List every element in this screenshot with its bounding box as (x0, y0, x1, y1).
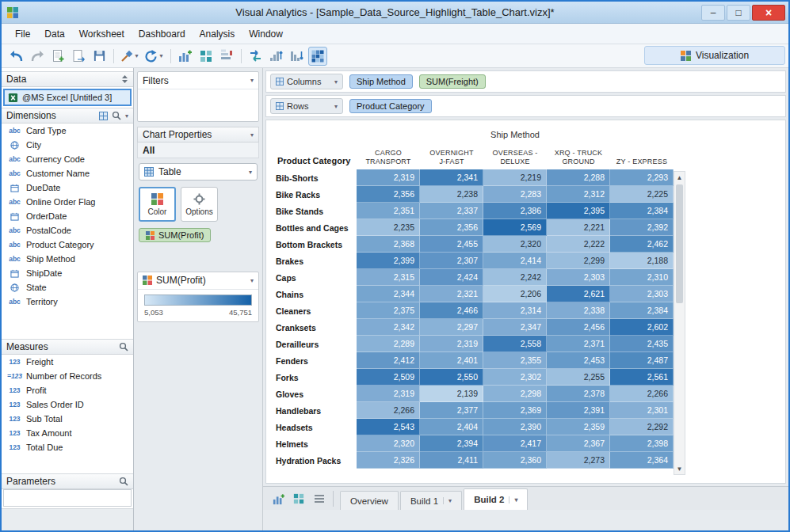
cell-bottles-and-cages-overnight-j-fast[interactable]: 2,356 (420, 219, 483, 236)
rows-shelf-label[interactable]: Rows ▾ (270, 98, 343, 114)
cell-chains-zy-express[interactable]: 2,303 (610, 286, 674, 302)
add-matrix-button[interactable] (197, 47, 216, 66)
row-label-bike-racks[interactable]: Bike Racks (276, 186, 357, 203)
cell-bottom-brackets-overnight-j-fast[interactable]: 2,455 (420, 236, 483, 253)
maximize-button[interactable]: □ (727, 5, 750, 21)
measure-item-sales-order-id[interactable]: 123Sales Order ID (2, 397, 133, 412)
cell-derailleurs-cargo-transport[interactable]: 2,289 (357, 336, 420, 352)
cell-forks-cargo-transport[interactable]: 2,509 (357, 369, 420, 386)
dimension-item-postalcode[interactable]: abcPostalCode (2, 223, 133, 238)
cell-hydration-packs-zy-express[interactable]: 2,364 (610, 452, 674, 469)
row-label-gloves[interactable]: Gloves (276, 386, 357, 402)
cell-derailleurs-overseas-deluxe[interactable]: 2,558 (483, 336, 547, 352)
menu-item-window[interactable]: Window (242, 25, 290, 43)
dimension-item-city[interactable]: City (2, 138, 133, 152)
close-button[interactable]: × (752, 5, 785, 21)
sort-updown-icon[interactable] (121, 74, 128, 84)
dimension-item-territory[interactable]: abcTerritory (2, 294, 133, 309)
color-button[interactable]: Color (139, 187, 176, 222)
pill-product-category[interactable]: Product Category (349, 99, 432, 113)
row-label-fenders[interactable]: Fenders (276, 352, 357, 369)
format-button[interactable]: ▼ (119, 47, 141, 66)
refresh-button[interactable]: ▼ (143, 47, 166, 66)
column-header-xrq-truck-ground[interactable]: XRQ - TRUCK GROUND (547, 142, 610, 169)
chevron-down-icon[interactable]: ▾ (250, 77, 254, 84)
pill-ship-method[interactable]: Ship Method (349, 74, 413, 89)
cell-gloves-xrq-truck-ground[interactable]: 2,378 (547, 386, 610, 402)
cell-fenders-overnight-j-fast[interactable]: 2,401 (420, 352, 483, 369)
cell-bottom-brackets-zy-express[interactable]: 2,462 (610, 236, 674, 253)
cell-bib-shorts-xrq-truck-ground[interactable]: 2,288 (547, 169, 610, 186)
cell-caps-overseas-deluxe[interactable]: 2,242 (483, 269, 547, 286)
cell-cranksets-overnight-j-fast[interactable]: 2,297 (420, 319, 483, 336)
chevron-down-icon[interactable]: ▾ (250, 277, 254, 284)
menu-item-worksheet[interactable]: Worksheet (72, 25, 132, 43)
cell-bottom-brackets-xrq-truck-ground[interactable]: 2,222 (547, 236, 610, 253)
cell-bike-stands-overseas-deluxe[interactable]: 2,386 (483, 203, 547, 219)
save-button[interactable] (90, 47, 109, 66)
column-field-header[interactable]: Ship Method (357, 127, 674, 142)
cell-forks-zy-express[interactable]: 2,561 (610, 369, 674, 386)
duplicate-sheet-button[interactable] (217, 47, 236, 66)
cell-cleaners-cargo-transport[interactable]: 2,375 (357, 302, 420, 319)
cell-headsets-zy-express[interactable]: 2,292 (610, 419, 674, 435)
pill-sum-freight[interactable]: SUM(Freight) (419, 74, 486, 89)
menu-item-dashboard[interactable]: Dashboard (132, 25, 193, 43)
add-chart-button[interactable] (176, 47, 195, 66)
cell-chains-overnight-j-fast[interactable]: 2,321 (420, 286, 483, 302)
cell-hydration-packs-xrq-truck-ground[interactable]: 2,273 (547, 452, 610, 469)
cell-cranksets-xrq-truck-ground[interactable]: 2,456 (547, 319, 610, 336)
cell-gloves-overseas-deluxe[interactable]: 2,298 (483, 386, 547, 402)
cell-fenders-overseas-deluxe[interactable]: 2,355 (483, 352, 547, 369)
cell-caps-zy-express[interactable]: 2,310 (610, 269, 674, 286)
visualization-toggle[interactable]: Visualization (644, 46, 785, 65)
cell-bike-racks-cargo-transport[interactable]: 2,356 (357, 186, 420, 203)
cell-brakes-zy-express[interactable]: 2,188 (610, 253, 674, 269)
sheet-tab-build-2[interactable]: Build 2▾ (464, 488, 528, 510)
chevron-down-icon[interactable]: ▾ (250, 131, 254, 139)
cell-hydration-packs-cargo-transport[interactable]: 2,326 (357, 452, 420, 469)
measure-item-total-due[interactable]: 123Total Due (2, 440, 133, 454)
cell-helmets-cargo-transport[interactable]: 2,320 (357, 435, 420, 452)
dimension-item-state[interactable]: State (2, 280, 133, 294)
measure-item-sub-total[interactable]: 123Sub Total (2, 412, 133, 426)
row-label-bottom-brackets[interactable]: Bottom Brackets (276, 236, 357, 253)
scrollbar-thumb[interactable] (676, 184, 683, 303)
cell-bib-shorts-cargo-transport[interactable]: 2,319 (357, 169, 420, 186)
options-button[interactable]: Options (181, 187, 218, 222)
cell-bottles-and-cages-zy-express[interactable]: 2,392 (610, 219, 674, 236)
dimension-item-shipdate[interactable]: ShipDate (2, 266, 133, 280)
cell-bottom-brackets-overseas-deluxe[interactable]: 2,320 (483, 236, 547, 253)
cell-fenders-cargo-transport[interactable]: 2,412 (357, 352, 420, 369)
new-worksheet-tab-button[interactable] (269, 491, 287, 507)
column-header-overseas-deluxe[interactable]: OVERSEAS - DELUXE (483, 142, 547, 169)
cell-bottles-and-cages-xrq-truck-ground[interactable]: 2,221 (547, 219, 610, 236)
dimension-item-product-category[interactable]: abcProduct Category (2, 238, 133, 252)
row-label-caps[interactable]: Caps (276, 269, 357, 286)
pill-sum-profit[interactable]: SUM(Profit) (139, 228, 211, 242)
menu-item-data[interactable]: Data (37, 25, 71, 43)
menu-item-file[interactable]: File (8, 25, 37, 43)
undo-button[interactable] (7, 47, 26, 66)
dimension-item-orderdate[interactable]: OrderDate (2, 209, 133, 223)
data-source-item[interactable]: @MS Excel [Untitled 3] (3, 89, 132, 106)
sort-ascending-button[interactable] (267, 47, 286, 66)
measure-item-tax-amount[interactable]: 123Tax Amount (2, 426, 133, 440)
view-data-icon[interactable] (99, 112, 108, 120)
cell-bottles-and-cages-cargo-transport[interactable]: 2,235 (357, 219, 420, 236)
cell-derailleurs-xrq-truck-ground[interactable]: 2,371 (547, 336, 610, 352)
cell-cleaners-overnight-j-fast[interactable]: 2,466 (420, 302, 483, 319)
cell-hydration-packs-overnight-j-fast[interactable]: 2,411 (420, 452, 483, 469)
cell-handlebars-cargo-transport[interactable]: 2,266 (357, 402, 420, 419)
row-label-bib-shorts[interactable]: Bib-Shorts (276, 169, 357, 186)
search-icon[interactable] (119, 477, 128, 486)
cell-bike-racks-overseas-deluxe[interactable]: 2,283 (483, 186, 547, 203)
measure-item-profit[interactable]: 123Profit (2, 383, 133, 397)
column-header-overnight-j-fast[interactable]: OVERNIGHT J-FAST (420, 142, 483, 169)
cell-brakes-overnight-j-fast[interactable]: 2,307 (420, 253, 483, 269)
cell-bike-stands-overnight-j-fast[interactable]: 2,337 (420, 203, 483, 219)
cell-handlebars-overnight-j-fast[interactable]: 2,377 (420, 402, 483, 419)
cell-headsets-overseas-deluxe[interactable]: 2,390 (483, 419, 547, 435)
cell-gloves-overnight-j-fast[interactable]: 2,139 (420, 386, 483, 402)
column-header-cargo-transport[interactable]: CARGO TRANSPORT (357, 142, 420, 169)
